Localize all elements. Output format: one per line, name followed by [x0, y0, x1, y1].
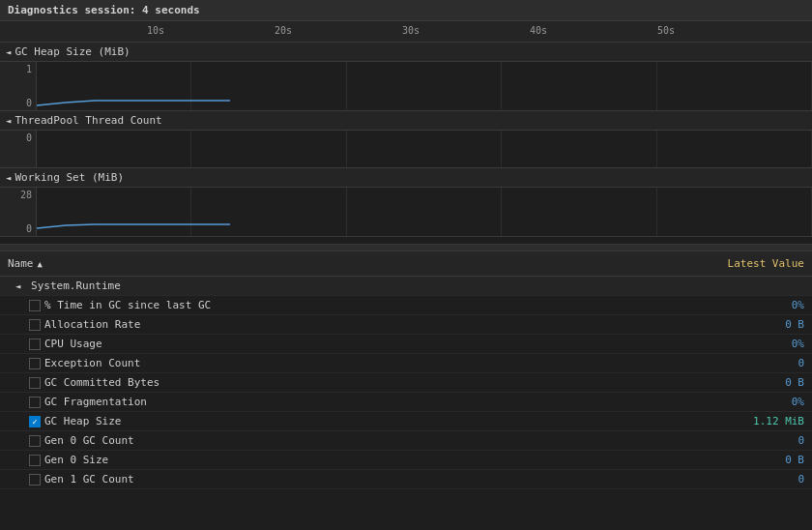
working-set-canvas: [37, 188, 812, 236]
gc-heap-line: [37, 62, 812, 110]
row-value: 0 B: [715, 316, 812, 333]
name-col-label: Name: [8, 257, 34, 270]
timeline-axis: 10s 20s 30s 40s 50s: [0, 21, 812, 43]
table-row[interactable]: % Time in GC since last GC 0%: [0, 296, 812, 315]
row-value: 0%: [715, 297, 812, 313]
tp-grid-col-2: [191, 131, 346, 167]
row-checkbox[interactable]: [29, 435, 41, 447]
threadpool-section: ◄ ThreadPool Thread Count 0: [0, 111, 812, 168]
gc-heap-y-axis: 1 0: [0, 62, 37, 110]
table-row[interactable]: Allocation Rate 0 B: [0, 315, 812, 335]
tick-40s: 40s: [530, 25, 547, 36]
group-system-runtime[interactable]: ◄ System.Runtime: [0, 277, 812, 296]
gc-heap-canvas: [37, 62, 812, 110]
gc-heap-header[interactable]: ◄ GC Heap Size (MiB): [0, 43, 812, 62]
gc-heap-section: ◄ GC Heap Size (MiB) 1 0: [0, 43, 812, 111]
table-body: ◄ System.Runtime % Time in GC since last…: [0, 277, 812, 489]
metrics-table: Name ▲ Latest Value ◄ System.Runtime % T…: [0, 251, 812, 489]
table-row[interactable]: GC Fragmentation 0%: [0, 393, 812, 412]
table-row[interactable]: Exception Count 0: [0, 354, 812, 373]
working-set-y-max: 28: [20, 190, 32, 200]
working-set-section: ◄ Working Set (MiB) 28 0: [0, 168, 812, 237]
tick-20s: 20s: [275, 25, 292, 36]
row-name: GC Heap Size: [0, 413, 715, 429]
row-name: CPU Usage: [0, 336, 715, 352]
table-row[interactable]: CPU Usage 0%: [0, 335, 812, 354]
tp-grid-col-3: [347, 131, 502, 167]
sort-arrow-icon: ▲: [38, 259, 43, 269]
timeline-ticks: 10s 20s 30s 40s 50s: [39, 21, 812, 42]
table-row[interactable]: GC Heap Size 1.12 MiB: [0, 412, 812, 431]
chart-area: 10s 20s 30s 40s 50s ◄ GC Heap Size (MiB)…: [0, 21, 812, 244]
row-name: GC Fragmentation: [0, 394, 715, 410]
row-checkbox[interactable]: [29, 377, 41, 389]
threadpool-grid: [37, 131, 812, 167]
working-set-y-axis: 28 0: [0, 188, 37, 236]
row-name: Gen 0 Size: [0, 452, 715, 468]
threadpool-canvas: [37, 131, 812, 167]
working-set-body: 28 0: [0, 188, 812, 236]
tp-grid-col-1: [37, 131, 191, 167]
table-row[interactable]: Gen 0 GC Count 0: [0, 431, 812, 451]
row-checkbox[interactable]: [29, 319, 41, 331]
threadpool-y-axis: 0: [0, 131, 37, 167]
row-checkbox[interactable]: [29, 300, 41, 311]
tick-10s: 10s: [147, 25, 164, 36]
gc-heap-title: GC Heap Size (MiB): [14, 45, 130, 58]
group-collapse-icon: ◄: [15, 281, 20, 291]
row-name: % Time in GC since last GC: [0, 297, 715, 313]
row-value: 0: [715, 471, 812, 487]
row-name: GC Committed Bytes: [0, 374, 715, 391]
row-value: 0 B: [715, 452, 812, 468]
row-checkbox[interactable]: [29, 455, 41, 466]
threadpool-header[interactable]: ◄ ThreadPool Thread Count: [0, 111, 812, 131]
table-row[interactable]: Gen 1 GC Count 0: [0, 470, 812, 489]
row-value: 0%: [715, 336, 812, 352]
tick-30s: 30s: [402, 25, 420, 36]
row-name: Exception Count: [0, 355, 715, 371]
working-set-collapse-icon: ◄: [6, 173, 11, 183]
gc-heap-y-max: 1: [26, 64, 32, 74]
gc-heap-collapse-icon: ◄: [6, 47, 11, 57]
row-value: 0 B: [715, 374, 812, 391]
row-checkbox[interactable]: [29, 474, 41, 486]
row-name: Allocation Rate: [0, 316, 715, 333]
row-value: 0: [715, 355, 812, 371]
col-name-header[interactable]: Name ▲: [0, 255, 715, 272]
tp-grid-col-4: [502, 131, 656, 167]
working-set-y-min: 0: [26, 223, 32, 234]
working-set-header[interactable]: ◄ Working Set (MiB): [0, 168, 812, 188]
gc-heap-body: 1 0: [0, 62, 812, 110]
threadpool-body: 0: [0, 131, 812, 167]
row-name: Gen 1 GC Count: [0, 471, 715, 487]
tick-50s: 50s: [657, 25, 675, 36]
col-value-header[interactable]: Latest Value: [715, 255, 812, 272]
group-value: [715, 284, 812, 288]
gc-heap-y-min: 0: [26, 98, 32, 108]
row-value: 0: [715, 432, 812, 449]
threadpool-title: ThreadPool Thread Count: [14, 114, 161, 127]
group-label: ◄ System.Runtime: [0, 278, 715, 294]
row-value: 0%: [715, 394, 812, 410]
row-name: Gen 0 GC Count: [0, 432, 715, 449]
row-checkbox[interactable]: [29, 416, 41, 427]
working-set-title: Working Set (MiB): [14, 171, 124, 184]
panel-divider: [0, 244, 812, 251]
table-header: Name ▲ Latest Value: [0, 251, 812, 277]
threadpool-collapse-icon: ◄: [6, 116, 11, 126]
threadpool-y-val: 0: [26, 132, 32, 143]
tp-grid-col-5: [657, 131, 812, 167]
table-row[interactable]: GC Committed Bytes 0 B: [0, 373, 812, 393]
row-checkbox[interactable]: [29, 358, 41, 369]
diagnostics-header: Diagnostics session: 4 seconds: [0, 0, 812, 21]
working-set-line: [37, 188, 812, 236]
table-row[interactable]: Gen 0 Size 0 B: [0, 451, 812, 470]
row-checkbox[interactable]: [29, 397, 41, 408]
row-value: 1.12 MiB: [715, 413, 812, 429]
row-checkbox[interactable]: [29, 339, 41, 350]
